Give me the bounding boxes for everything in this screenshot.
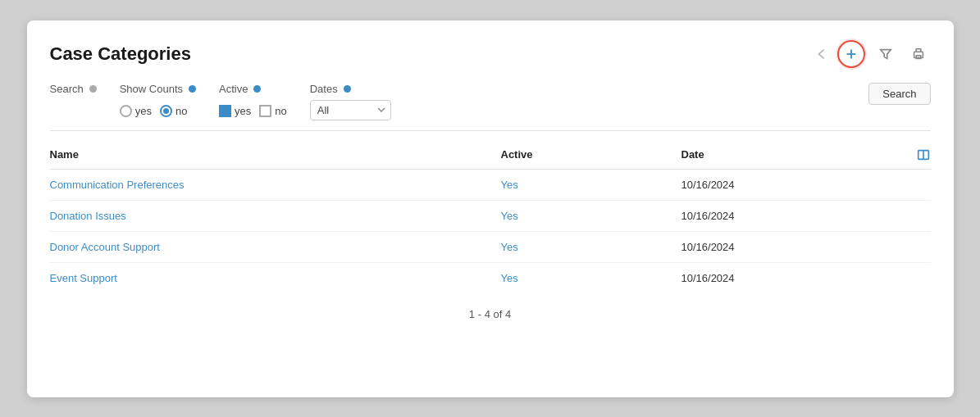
active-yes-checkbox[interactable] [219,105,231,117]
show-counts-label-row: Show Counts [120,83,196,95]
plus-icon [844,47,859,61]
show-counts-no-option[interactable]: no [160,105,187,117]
dates-label-row: Dates [310,83,391,95]
table-body: Communication Preferences Yes 10/16/2024… [50,170,931,293]
row-name-cell: Event Support [50,272,501,284]
row-name-link[interactable]: Donor Account Support [50,241,160,253]
print-icon [911,47,926,61]
active-yes-option[interactable]: yes [219,105,251,117]
active-filter-group: Active yes no [219,83,287,117]
table-row: Donor Account Support Yes 10/16/2024 [50,232,931,263]
table-row: Donation Issues Yes 10/16/2024 [50,201,931,232]
show-counts-no-radio[interactable] [160,105,172,117]
print-button[interactable] [906,42,931,66]
col-date-header: Date [681,148,898,161]
table-header: Name Active Date [50,141,931,170]
active-no-label: no [275,105,286,117]
add-button[interactable] [837,40,865,68]
svg-rect-3 [914,52,923,57]
table-row: Communication Preferences Yes 10/16/2024 [50,170,931,201]
row-date-cell: 10/16/2024 [681,272,898,284]
row-name-link[interactable]: Communication Preferences [50,179,185,191]
svg-marker-2 [880,49,891,58]
show-counts-yes-label: yes [135,105,152,117]
row-name-cell: Communication Preferences [50,179,501,191]
back-button[interactable] [814,47,829,61]
page-title: Case Categories [50,43,191,65]
row-active-cell: Yes [501,272,681,284]
row-date-cell: 10/16/2024 [681,210,898,222]
show-counts-radios: yes no [120,105,196,117]
active-dot [253,85,261,93]
pagination: 1 - 4 of 4 [50,308,931,320]
dates-filter-group: Dates All Today This Week This Month [310,83,391,120]
show-counts-yes-radio[interactable] [120,105,132,117]
name-column-header: Name [50,148,79,161]
row-active-cell: Yes [501,241,681,253]
pagination-text: 1 - 4 of 4 [469,308,511,320]
active-no-checkbox[interactable] [259,105,271,117]
search-dot [89,85,97,93]
show-counts-label: Show Counts [120,83,183,95]
main-card: Case Categories [27,20,954,397]
row-active-cell: Yes [501,210,681,222]
dates-select[interactable]: All Today This Week This Month [310,100,391,120]
show-counts-yes-option[interactable]: yes [120,105,152,117]
columns-toggle-button[interactable] [898,147,931,162]
show-counts-filter-group: Show Counts yes no [120,83,196,117]
header-actions [814,40,931,68]
filters-area: Search Show Counts yes no [50,83,931,120]
table-area: Name Active Date Communication Preferenc… [50,141,931,320]
row-name-link[interactable]: Event Support [50,272,117,284]
table-row: Event Support Yes 10/16/2024 [50,263,931,293]
filter-icon [878,47,893,61]
show-counts-no-label: no [175,105,187,117]
active-no-option[interactable]: no [259,105,286,117]
row-name-cell: Donor Account Support [50,241,501,253]
filters-left: Search Show Counts yes no [50,83,391,120]
col-actions-header [898,147,931,162]
back-icon [814,47,829,61]
row-date-cell: 10/16/2024 [681,241,898,253]
active-checkboxes: yes no [219,105,287,117]
search-label: Search [50,83,84,95]
row-active-cell: Yes [501,179,681,191]
col-name-header: Name [50,148,501,161]
active-label: Active [219,83,248,95]
row-name-link[interactable]: Donation Issues [50,210,126,222]
active-yes-label: yes [235,105,251,117]
row-name-cell: Donation Issues [50,210,501,222]
col-active-header: Active [501,148,681,161]
filter-button[interactable] [873,42,898,66]
svg-rect-4 [916,55,920,58]
show-counts-dot [189,85,196,93]
columns-icon [916,147,931,162]
dates-dot [344,85,351,93]
page-header: Case Categories [50,40,931,68]
search-label-row: Search [50,83,97,95]
active-label-row: Active [219,83,287,95]
divider [50,130,931,131]
search-button[interactable]: Search [868,83,930,105]
dates-label: Dates [310,83,338,95]
row-date-cell: 10/16/2024 [681,179,898,191]
search-filter-group: Search [50,83,97,95]
